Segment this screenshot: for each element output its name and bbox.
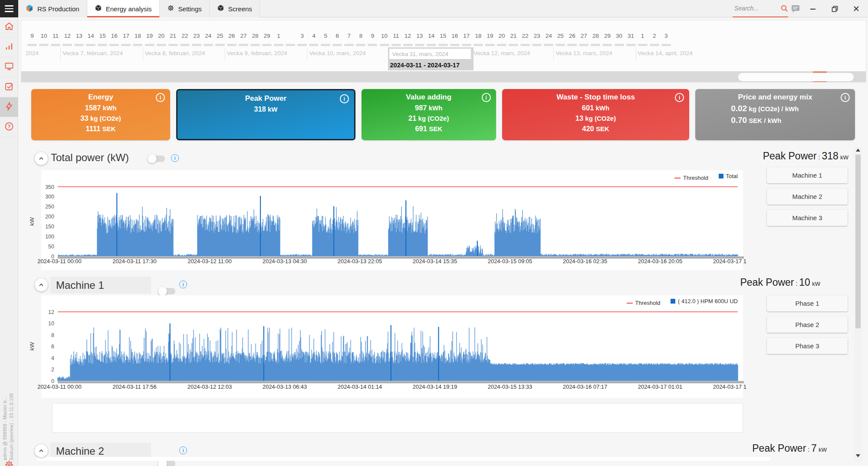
info-icon[interactable]: i	[482, 93, 491, 102]
timeline-day[interactable]: 15	[99, 33, 106, 39]
timeline-day[interactable]: 21	[170, 33, 176, 39]
timeline-day[interactable]: 18	[135, 33, 141, 39]
timeline-day[interactable]: 27	[240, 33, 247, 39]
chat-icon[interactable]	[791, 0, 800, 17]
scroll-up-arrow[interactable]	[856, 149, 860, 152]
info-icon[interactable]: i	[156, 93, 165, 102]
button-phase-2[interactable]: Phase 2	[767, 317, 848, 333]
timeline-day[interactable]: 6	[336, 33, 339, 39]
timeline-day[interactable]: 17	[463, 33, 470, 39]
timeline-day[interactable]: 3	[300, 33, 304, 39]
info-icon-machine-1[interactable]: i	[179, 281, 187, 288]
search-icon[interactable]	[780, 4, 788, 12]
search-input[interactable]: Search...	[733, 0, 788, 17]
kpi-card-energy[interactable]: Energyi1587 kWh33 kg (CO2e)1111 SEK	[31, 89, 170, 140]
scroll-down-arrow[interactable]	[856, 454, 860, 457]
timeline-day[interactable]: 28	[592, 33, 599, 39]
timeline-day[interactable]: 16	[111, 33, 118, 39]
sidebar-item-monitor[interactable]	[0, 57, 18, 77]
timeline-day[interactable]: 27	[581, 33, 587, 39]
timeline-day[interactable]: 14	[88, 33, 94, 39]
collapse-button-machine-1[interactable]	[35, 278, 48, 291]
timeline-day[interactable]: 31	[628, 33, 634, 39]
timeline-week-label[interactable]: Vecka 9, februari, 2024	[227, 50, 287, 56]
legend-item-threshold[interactable]: Threshold	[674, 175, 708, 181]
section-toggle-machine-1[interactable]	[159, 288, 175, 294]
kpi-card-price-and-energy-mix[interactable]: Price and energy mixi0.02 kg (CO2e) / kW…	[695, 89, 855, 140]
section-toggle-total-power[interactable]	[148, 155, 165, 162]
vertical-scrollbar-thumb[interactable]	[855, 155, 861, 328]
timeline-day[interactable]: 25	[557, 33, 564, 39]
gear-icon[interactable]	[4, 459, 14, 466]
timeline-day[interactable]: 29	[604, 33, 611, 39]
timeline-week-label[interactable]: Vecka 12, mars, 2024	[473, 50, 530, 56]
timeline-selected-week[interactable]: Vecka 11, mars, 20242024-03-11 - 2024-03…	[388, 47, 473, 70]
timeline-day[interactable]: 29	[263, 33, 270, 39]
tab-rs-production[interactable]: RS Production	[18, 0, 87, 17]
close-button[interactable]	[852, 0, 861, 17]
sidebar-item-help[interactable]: ?	[0, 117, 18, 137]
info-icon[interactable]: i	[340, 94, 349, 103]
timeline-scrollbar-track[interactable]	[21, 71, 866, 83]
timeline-day[interactable]: 11	[393, 33, 399, 39]
button-machine-3[interactable]: Machine 3	[767, 210, 848, 226]
timeline-day[interactable]: 23	[534, 33, 540, 39]
button-machine-2[interactable]: Machine 2	[767, 188, 848, 205]
timeline-day[interactable]: 17	[123, 33, 129, 39]
timeline-day[interactable]: 28	[252, 33, 258, 39]
timeline-week-label[interactable]: Vecka 14, april, 2024	[638, 50, 693, 56]
timeline-day[interactable]: 1	[277, 33, 280, 39]
info-icon[interactable]: i	[841, 93, 850, 102]
timeline-week-label[interactable]: Vecka 13, mars, 2024	[556, 50, 612, 56]
timeline-day[interactable]: 10	[41, 33, 47, 39]
timeline-day[interactable]: 11	[53, 33, 59, 39]
timeline-day[interactable]: 30	[616, 33, 622, 39]
timeline-day[interactable]: 9	[371, 33, 375, 39]
timeline-day[interactable]: 7	[348, 33, 351, 39]
timeline-day[interactable]: 20	[498, 33, 505, 39]
timeline-day[interactable]: 24	[546, 33, 552, 39]
sidebar-item-check-square[interactable]	[0, 77, 18, 97]
sidebar-item-bar-chart[interactable]	[0, 37, 18, 57]
timeline-day[interactable]: 20	[158, 33, 164, 39]
timeline-day[interactable]: 14	[428, 33, 434, 39]
tab-settings[interactable]: Settings	[160, 0, 210, 17]
timeline-day[interactable]: 21	[510, 33, 517, 39]
timeline-week-label[interactable]: Vecka 10, mars, 2024	[309, 50, 366, 56]
timeline-day[interactable]: 12	[64, 33, 71, 39]
timeline-day[interactable]: 25	[217, 33, 223, 39]
timeline-day[interactable]: 24	[205, 33, 211, 39]
timeline-day[interactable]: 9	[30, 33, 34, 39]
info-icon-total-power[interactable]: i	[171, 154, 179, 162]
button-phase-3[interactable]: Phase 3	[767, 338, 848, 354]
collapse-button-total-power[interactable]	[35, 152, 48, 165]
timeline-day[interactable]: 10	[381, 33, 388, 39]
timeline-day[interactable]: 22	[181, 33, 188, 39]
timeline-day[interactable]: 26	[569, 33, 575, 39]
collapse-button-machine-2[interactable]	[35, 444, 48, 457]
timeline-day[interactable]: 18	[475, 33, 481, 39]
timeline-day[interactable]: 5	[324, 33, 327, 39]
hamburger-menu-button[interactable]	[0, 0, 18, 17]
kpi-card-value-adding[interactable]: Value addingi987 kWh21 kg (CO2e)691 SEK	[362, 89, 496, 140]
button-machine-1[interactable]: Machine 1	[767, 167, 848, 183]
timeline-day[interactable]: 19	[487, 33, 493, 39]
restore-button[interactable]	[830, 0, 839, 17]
tab-screens[interactable]: Screens	[210, 0, 260, 17]
timeline-day[interactable]: 4	[312, 33, 316, 39]
timeline-day[interactable]: 2	[653, 33, 656, 39]
tab-energy-analysis[interactable]: Energy analysis	[87, 0, 160, 17]
section-toggle-machine-2[interactable]	[159, 460, 175, 466]
timeline-day[interactable]: 19	[146, 33, 153, 39]
legend-item-series[interactable]: ( 412.0 ) HPM 600U UD	[671, 298, 738, 304]
timeline-day[interactable]: 23	[193, 33, 200, 39]
timeline-day[interactable]: 3	[664, 33, 668, 39]
timeline-day[interactable]: 12	[404, 33, 411, 39]
info-icon-machine-2[interactable]: i	[179, 446, 187, 454]
timeline-day[interactable]: 15	[440, 33, 446, 39]
timeline-day[interactable]: 26	[228, 33, 235, 39]
minimize-button[interactable]	[808, 0, 818, 17]
timeline-day[interactable]: 1	[641, 33, 644, 39]
kpi-card-peak-power[interactable]: Peak Poweri318 kW	[176, 89, 355, 140]
timeline-day[interactable]: 16	[451, 33, 458, 39]
